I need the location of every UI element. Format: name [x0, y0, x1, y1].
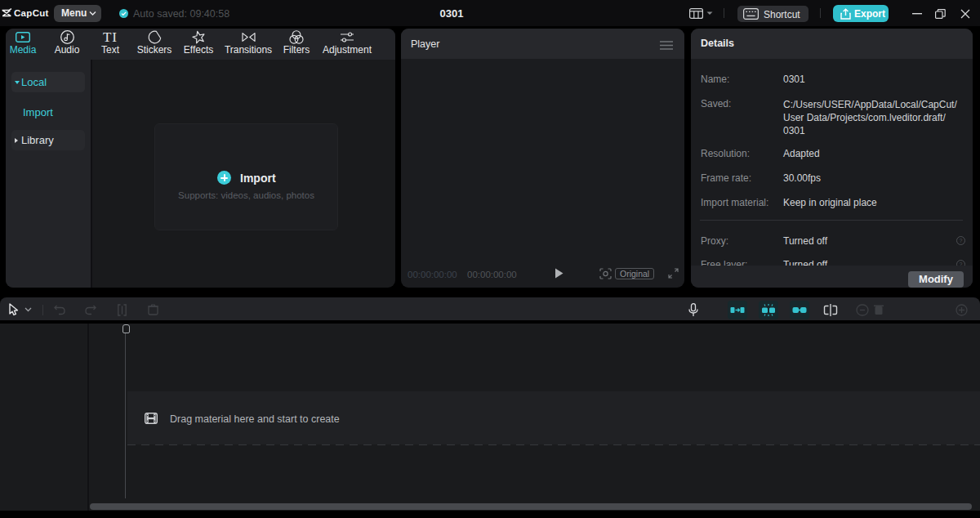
svg-text:?: ? [960, 238, 963, 243]
